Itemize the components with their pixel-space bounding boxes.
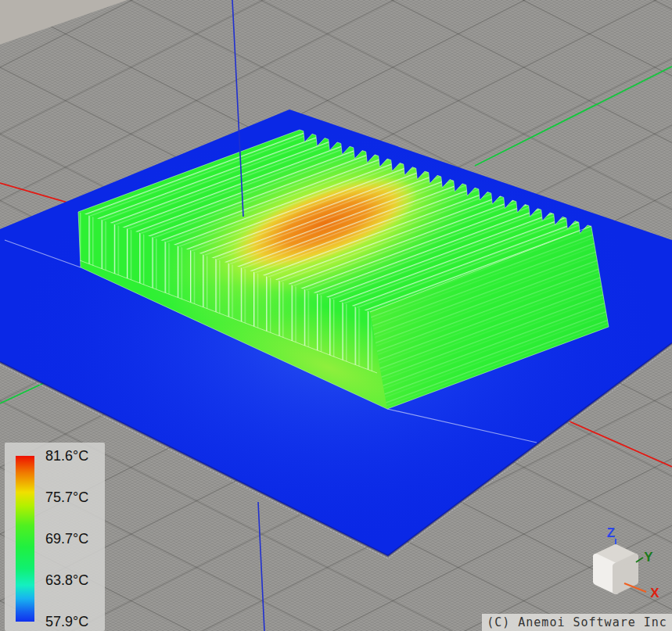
copyright-text: (C) Anemoi Software Inc [482, 614, 672, 631]
legend-color-bar [16, 456, 34, 622]
temperature-legend: 81.6°C 75.7°C 69.7°C 63.8°C 57.9°C [5, 443, 105, 631]
legend-value: 75.7°C [45, 489, 103, 506]
legend-value: 69.7°C [45, 530, 103, 547]
legend-value: 63.8°C [45, 572, 103, 589]
axis-label-x[interactable]: X [650, 586, 659, 601]
legend-labels: 81.6°C 75.7°C 69.7°C 63.8°C 57.9°C [45, 447, 103, 630]
thermal-sim-window: Z Y X 81.6°C 75.7°C 69.7°C 63.8°C 57.9°C… [0, 0, 672, 631]
axis-label-z[interactable]: Z [607, 525, 615, 540]
legend-value-min: 57.9°C [45, 613, 103, 630]
axis-label-y[interactable]: Y [644, 550, 653, 565]
legend-value-max: 81.6°C [45, 447, 103, 464]
